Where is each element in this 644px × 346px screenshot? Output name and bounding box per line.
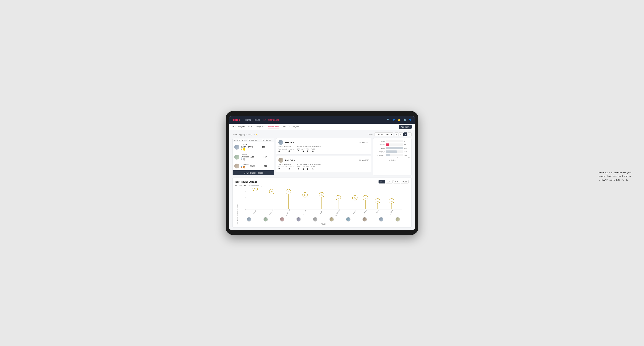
- lb-rank-3: 🥉 3: [240, 166, 250, 169]
- streaks-section: Best Round Streaks OTT APP ARG PUTT Off …: [232, 177, 412, 227]
- rounds-group-rees: Total Rounds Tournament 8 Practice 4: [278, 146, 294, 153]
- lb-row-3[interactable]: Cameron... 🥉 3 17/20 103: [232, 162, 274, 170]
- streaks-filter: OTT APP ARG PUTT: [378, 180, 408, 183]
- nav-logo: clippd: [232, 118, 240, 121]
- show-label: Show: [368, 133, 373, 135]
- rounds-sub-rees: Tournament 8 Practice 4: [278, 148, 294, 153]
- tournament-label-rees: Tournament: [278, 148, 287, 150]
- nav-link-home[interactable]: Home: [245, 118, 251, 122]
- tournament-val-rees: 8: [278, 150, 287, 153]
- add-team-button[interactable]: Add Team: [399, 125, 412, 129]
- streaks-title: Best Round Streaks: [235, 180, 257, 183]
- card-view-button[interactable]: ▦: [404, 133, 407, 136]
- avatar-britt: [313, 217, 318, 222]
- list-view-button[interactable]: ≡: [399, 133, 403, 136]
- putt-val-josh: 1: [312, 168, 314, 170]
- table-view-button[interactable]: ↕: [408, 133, 412, 136]
- chart-row-pars: Pars 499: [375, 147, 410, 149]
- card-date-rees: 02 Sep 2023: [359, 142, 369, 144]
- svg-text:D. Billingham: D. Billingham: [285, 208, 291, 216]
- svg-text:6x: 6x: [271, 191, 273, 193]
- lb-player-info-1: Richard Butler 🏅 1: [240, 144, 248, 151]
- svg-text:E. Crossman: E. Crossman: [335, 208, 340, 216]
- lb-player-3: Cameron... 🥉 3: [234, 164, 250, 169]
- search-icon[interactable]: 🔍: [387, 119, 390, 121]
- chart-row-birdies: Birdies 96: [375, 144, 410, 146]
- team-title-area: Team Clippd | 14 Players ✏️: [232, 133, 258, 136]
- svg-text:D. Ford: D. Ford: [352, 210, 356, 215]
- player-avatars-row: [238, 217, 408, 222]
- player-card-josh-coles: Josh Coles 26 Aug 2023 Total Rounds Tour…: [276, 156, 371, 172]
- edit-icon[interactable]: ✏️: [255, 134, 258, 136]
- streaks-header: Best Round Streaks OTT APP ARG PUTT: [235, 180, 408, 183]
- practice-stats-josh: OTT 0 APP 0 ARG 0: [297, 166, 321, 170]
- lb-row-2[interactable]: Edward Crossman 🥈 2 18/20 107: [232, 152, 274, 162]
- subnav-pgat[interactable]: PGAT Players: [232, 125, 245, 128]
- lb-avg-3: 103: [264, 165, 274, 167]
- annotation: Here you can see streaks your players ha…: [598, 171, 634, 182]
- nav-bar: clippd Home Teams My Performance 🔍 👤 🔔 ⚙…: [229, 116, 415, 124]
- filter-ott-button[interactable]: OTT: [378, 180, 385, 183]
- total-rounds-label-josh: Total Rounds: [278, 164, 294, 166]
- app-stat-josh: APP 0: [302, 166, 305, 170]
- subnav-all-players[interactable]: All Players: [289, 125, 299, 128]
- medal-icon-2: 🥈: [240, 159, 242, 160]
- grid-view-button[interactable]: ⊞: [394, 133, 398, 136]
- svg-text:C. Quick: C. Quick: [389, 209, 394, 215]
- subnav-hcaps[interactable]: Hcaps 1-5: [256, 125, 264, 128]
- subnav-pga[interactable]: PGA: [248, 125, 252, 128]
- arg-label-rees: ARG: [306, 148, 310, 150]
- avatar-butler: [379, 217, 384, 222]
- tournament-val-josh: 7: [278, 168, 287, 170]
- putt-stat-rees: PUTT 0: [311, 148, 315, 153]
- nav-links: Home Teams My Performance: [245, 118, 384, 122]
- ott-stat-rees: OTT 0: [297, 148, 300, 153]
- chart-rows: Eagles 3 Birdies 96: [375, 140, 410, 156]
- view-full-leaderboard-button[interactable]: View Full Leaderboard: [232, 170, 274, 175]
- svg-text:B. McHarg: B. McHarg: [269, 209, 274, 215]
- filter-putt-button[interactable]: PUTT: [401, 180, 408, 183]
- lb-col-name: PLAYER NAME: [234, 139, 248, 141]
- period-select[interactable]: Last 3 months Last 6 months Last year: [374, 133, 393, 136]
- card-name-josh: Josh Coles: [285, 159, 295, 161]
- streaks-subtitle-sub: Fairway Accuracy: [247, 184, 262, 187]
- app-stat-rees: APP 0: [302, 148, 305, 153]
- nav-link-performance[interactable]: My Performance: [264, 118, 279, 122]
- bogeys-val: 311: [404, 151, 410, 153]
- axis-200: 200: [396, 157, 398, 159]
- eagles-bar-wrap: [386, 140, 404, 142]
- subnav-tour[interactable]: Tour: [282, 125, 286, 128]
- filter-app-button[interactable]: APP: [386, 180, 392, 183]
- pars-bar: [386, 147, 404, 149]
- filter-arg-button[interactable]: ARG: [393, 180, 400, 183]
- total-rounds-label-rees: Total Rounds: [278, 146, 294, 148]
- avatar-icon[interactable]: 👤: [408, 119, 412, 121]
- lb-player-name-2: Edward Crossman: [240, 154, 249, 158]
- lb-avatar-2: [234, 155, 239, 160]
- chart-container: Best Streak, Fairway Accuracy 0 2 4: [235, 188, 408, 225]
- settings-icon[interactable]: ⚙️: [403, 119, 406, 121]
- rounds-sub-josh: Tournament 7 Practice 2: [278, 166, 294, 170]
- user-icon[interactable]: 👤: [392, 119, 395, 121]
- pars-label: Pars: [375, 147, 385, 149]
- main-content: Team Clippd | 14 Players ✏️ Show Last 3 …: [229, 130, 415, 230]
- practice-label-rees: Practice: [288, 148, 294, 150]
- lb-row-1[interactable]: Richard Butler 🏅 1 19/20 110: [232, 142, 274, 152]
- subnav-team-clippd[interactable]: Team Clippd: [268, 125, 279, 128]
- lb-avg-1: 110: [262, 146, 272, 148]
- arg-val-josh: 0: [307, 168, 308, 170]
- arg-stat-josh: ARG 0: [306, 166, 310, 170]
- nav-link-teams[interactable]: Teams: [254, 118, 260, 122]
- card-date-josh: 26 Aug 2023: [359, 159, 369, 161]
- eagles-label: Eagles: [375, 140, 385, 142]
- bell-icon[interactable]: 🔔: [398, 119, 401, 121]
- card-header-rees: Rees Britt 02 Sep 2023: [278, 140, 369, 145]
- putt-val-rees: 0: [312, 150, 314, 153]
- practice-val-josh: 2: [288, 168, 294, 170]
- svg-text:3x: 3x: [377, 200, 378, 202]
- pars-bar-wrap: [386, 147, 404, 149]
- chart-axis: 0 200 400: [375, 156, 410, 159]
- svg-text:4x: 4x: [364, 197, 366, 199]
- lb-rank-1: 🏅 1: [240, 148, 248, 151]
- avatar-quick: [396, 217, 400, 222]
